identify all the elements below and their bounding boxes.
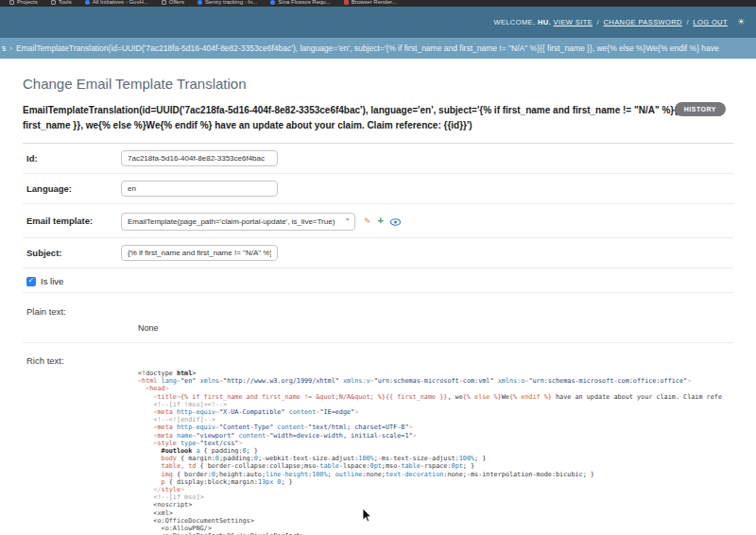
is-live-label: Is live	[41, 276, 63, 286]
plain-text-value: None	[138, 323, 733, 333]
breadcrumb-current: EmailTemplateTranslation(id=UUID('7ac218…	[16, 43, 719, 53]
add-plus-icon[interactable]: +	[378, 216, 384, 225]
code-line: <!--<![endif]-->	[138, 416, 733, 423]
bookmark-label: Sentry tracking - In...	[205, 0, 257, 5]
code-line: <xml>	[138, 509, 733, 517]
subject-input[interactable]	[121, 245, 278, 261]
bookmark-item[interactable]: All Initiatives - GovH...	[85, 0, 148, 5]
bookmark-label: Tools	[59, 0, 72, 5]
header-link-view-site[interactable]: VIEW SITE	[554, 18, 593, 26]
blue-icon	[270, 0, 275, 5]
field-row-email-template: Email template: EmailTemplate(page_path=…	[23, 204, 733, 238]
code-line: img { border:0;height:auto;line-height:1…	[138, 471, 733, 478]
bookmark-item[interactable]: Projects	[9, 0, 38, 5]
breadcrumb: s › EmailTemplateTranslation(id=UUID('7a…	[0, 38, 756, 59]
code-line: <noscript>	[138, 501, 733, 509]
breadcrumb-parent-link[interactable]: s	[2, 43, 6, 53]
view-eye-icon[interactable]	[390, 213, 401, 230]
code-line: <meta http-equiv="Content-Type" content=…	[138, 423, 733, 431]
browser-bookmarks-bar: ProjectsToolsAll Initiatives - GovH...Of…	[0, 0, 756, 7]
bookmark-item[interactable]: Offers	[162, 0, 184, 5]
code-line: <o:OfficeDocumentSettings>	[138, 517, 733, 525]
object-title: EmailTemplateTranslation(id=UUID('7ac218…	[23, 103, 730, 133]
id-input[interactable]	[121, 150, 278, 166]
breadcrumb-separator: ›	[9, 43, 12, 53]
code-line: p { display:block;margin:13px 0; }	[138, 478, 733, 486]
rich-text-code: <!doctype html><html lang="en" xmlns="ht…	[138, 370, 733, 535]
field-row-is-live: Is live	[23, 268, 733, 293]
id-label: Id:	[26, 153, 121, 164]
bookmark-label: Browser Render...	[352, 0, 397, 5]
folder-icon	[9, 0, 14, 5]
code-line: body { margin:0;padding:0;-webkit-text-s…	[138, 455, 733, 462]
field-row-id: Id:	[23, 144, 733, 174]
code-line: <meta http-equiv="X-UA-Compatible" conte…	[138, 408, 733, 416]
code-line: </style>	[138, 486, 733, 493]
blue-icon	[85, 0, 90, 5]
code-line: <head>	[138, 385, 733, 392]
object-header: EmailTemplateTranslation(id=UUID('7ac218…	[23, 103, 733, 133]
code-line: <o:AllowPNG/>	[138, 525, 733, 532]
header-link-separator: /	[684, 18, 691, 26]
email-template-label: Email template:	[26, 216, 121, 226]
edit-pencil-icon[interactable]: ✎	[364, 216, 371, 226]
bookmark-item[interactable]: Tools	[51, 0, 72, 5]
rich-text-label: Rich text:	[26, 355, 121, 366]
bookmark-label: Projects	[17, 0, 38, 5]
field-row-rich-text: Rich text: <!doctype html><html lang="en…	[23, 343, 733, 535]
language-input[interactable]	[121, 181, 278, 197]
plain-text-label: Plain text:	[26, 306, 121, 317]
code-line: <!--[if mso]>	[138, 493, 733, 501]
theme-toggle-sun-icon[interactable]: ☀	[737, 18, 745, 26]
field-row-language: Language:	[23, 174, 733, 204]
is-live-checkbox[interactable]	[26, 277, 36, 286]
code-line: <meta name="viewport" content="width=dev…	[138, 432, 733, 440]
bookmark-label: Sina Flossos Requ...	[278, 0, 330, 5]
email-template-select[interactable]: EmailTemplate(page_path='claim-portal-up…	[121, 213, 355, 231]
bookmark-item[interactable]: Sentry tracking - In...	[198, 0, 257, 5]
language-label: Language:	[26, 183, 121, 194]
bookmark-item[interactable]: Sina Flossos Requ...	[270, 0, 330, 5]
bookmark-label: All Initiatives - GovH...	[93, 0, 148, 5]
page-title: Change Email Template Translation	[23, 76, 733, 92]
code-line: #outlook a { padding:0; }	[138, 447, 733, 455]
code-line: <!--[if !mso]><!-->	[138, 401, 733, 408]
code-line: <title>{% if first_name and first_name !…	[138, 393, 733, 401]
admin-header: WELCOME, HU. VIEW SITE / CHANGE PASSWORD…	[0, 7, 756, 38]
blue-icon	[198, 0, 202, 5]
subject-label: Subject:	[26, 248, 121, 258]
bookmark-item[interactable]: Browser Render...	[344, 0, 397, 5]
header-link-separator: /	[594, 18, 601, 26]
code-line: table, td { border-collapse:collapse;mso…	[138, 462, 733, 470]
change-form: Id: Language: Email template: EmailTempl…	[23, 143, 733, 535]
field-row-subject: Subject:	[23, 238, 733, 268]
red-icon	[344, 0, 349, 5]
code-line: <html lang="en" xmlns="http://www.w3.org…	[138, 377, 733, 385]
header-link-log-out[interactable]: LOG OUT	[693, 18, 728, 26]
welcome-text: WELCOME, HU. VIEW SITE / CHANGE PASSWORD…	[493, 18, 728, 26]
code-line: <!doctype html>	[138, 370, 733, 377]
field-row-plain-text: Plain text: None	[23, 293, 733, 343]
username: HU.	[538, 18, 551, 26]
main-content: Change Email Template Translation EmailT…	[0, 76, 756, 535]
folder-icon	[162, 0, 166, 5]
code-line: <style type="text/css">	[138, 440, 733, 447]
header-link-change-password[interactable]: CHANGE PASSWORD	[604, 18, 682, 26]
bookmark-label: Offers	[169, 0, 184, 5]
history-button[interactable]: HISTORY	[675, 102, 726, 116]
folder-icon	[51, 0, 56, 5]
